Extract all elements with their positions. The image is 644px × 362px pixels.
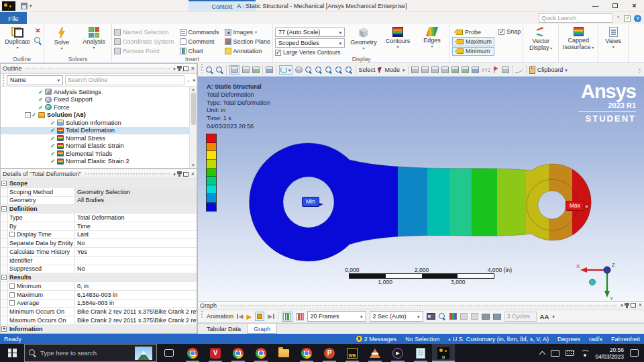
images-button[interactable]: Images▾ bbox=[225, 28, 271, 36]
update-contours-icon[interactable] bbox=[449, 313, 457, 320]
delete-icon[interactable]: ✕ bbox=[35, 28, 40, 34]
details-row[interactable]: Calculate Time History Yes bbox=[1, 248, 197, 257]
collapse-ribbon-icon[interactable]: ⌃ bbox=[616, 15, 621, 21]
details-value[interactable]: 6,1483e-003 in bbox=[75, 291, 197, 299]
named-selection-button[interactable]: Named Selection bbox=[114, 28, 174, 36]
annotation-button[interactable]: Annotation bbox=[225, 46, 271, 55]
messages-status[interactable]: 2 Messages bbox=[356, 336, 397, 343]
taskbar-app-chrome-4[interactable] bbox=[295, 344, 318, 362]
pin-animation-icon[interactable] bbox=[471, 313, 478, 320]
minimize-button[interactable]: — bbox=[586, 0, 605, 11]
taskbar-app-chrome-2[interactable] bbox=[227, 344, 250, 362]
panel-menu-icon[interactable]: ▾ bbox=[621, 303, 623, 308]
outline-tree-item[interactable]: Elemental Triads bbox=[1, 150, 197, 158]
details-section-toggle[interactable] bbox=[1, 257, 8, 265]
toolbar-overflow-icon[interactable]: ⌄⌄ bbox=[638, 67, 641, 73]
details-checkbox[interactable] bbox=[9, 300, 15, 306]
max-probe-tag[interactable]: Max bbox=[566, 201, 584, 211]
probe-button[interactable]: Probe bbox=[452, 28, 494, 36]
details-row[interactable]: Average 1,584e-003 in bbox=[1, 300, 197, 308]
details-value[interactable]: Time bbox=[75, 222, 197, 230]
taskbar-app-chrome-3[interactable] bbox=[250, 344, 272, 362]
tab-graph[interactable]: Graph bbox=[247, 324, 277, 334]
step-first-button[interactable]: ◀ bbox=[237, 313, 243, 320]
details-section-toggle[interactable] bbox=[1, 197, 8, 205]
tree-expander-icon[interactable] bbox=[44, 150, 50, 156]
ribbon-tab[interactable] bbox=[114, 12, 131, 24]
select-body-icon[interactable] bbox=[441, 66, 449, 73]
temperature-units-status[interactable]: Fahrenheit bbox=[611, 336, 640, 343]
tree-expander-icon[interactable] bbox=[32, 97, 38, 103]
cycles-input[interactable] bbox=[504, 312, 537, 322]
select-edge-icon[interactable] bbox=[421, 66, 429, 73]
details-row[interactable]: Suppressed No bbox=[1, 265, 197, 274]
views-button[interactable]: Views ▾ bbox=[600, 26, 626, 56]
drag-handle[interactable] bbox=[201, 63, 203, 73]
font-size-button[interactable]: AA bbox=[540, 313, 549, 320]
frames-select[interactable]: 20 Frames▾ bbox=[307, 311, 366, 322]
close-panel-icon[interactable]: × bbox=[191, 66, 195, 72]
zoom-out-icon[interactable] bbox=[216, 66, 223, 74]
minimum-toggle[interactable]: Minimum bbox=[452, 47, 494, 56]
result-scale-select[interactable]: 77 (Auto Scale)▾ bbox=[275, 28, 345, 37]
select-element-face-icon[interactable] bbox=[472, 66, 479, 73]
details-value[interactable]: Yes bbox=[75, 248, 197, 256]
tree-expander-icon[interactable] bbox=[44, 135, 50, 141]
details-value[interactable] bbox=[33, 273, 197, 281]
zoom-in-icon[interactable] bbox=[206, 66, 213, 74]
details-row[interactable]: Identifier bbox=[1, 257, 197, 265]
pin-icon[interactable] bbox=[178, 171, 180, 177]
details-value[interactable]: All Bodies bbox=[75, 197, 197, 205]
ribbon-tab[interactable] bbox=[79, 12, 97, 24]
mode-button[interactable]: Mode bbox=[385, 66, 400, 73]
touch-keyboard-icon[interactable] bbox=[566, 350, 574, 356]
tree-expander-icon[interactable] bbox=[44, 120, 50, 126]
float-panel-icon[interactable] bbox=[183, 66, 189, 71]
details-row[interactable]: By Time bbox=[1, 222, 197, 231]
vector-display-button[interactable]: VectorDisplay ▾ bbox=[525, 26, 556, 56]
duplicate-button[interactable]: Duplicate ▾ bbox=[2, 26, 33, 56]
zoom-graph-icon[interactable] bbox=[439, 313, 446, 320]
zoom-fit-icon[interactable] bbox=[325, 66, 333, 74]
details-row[interactable]: Geometry All Bodies bbox=[1, 197, 197, 206]
capped-isosurface-button[interactable]: CappedIsosurface ▾ bbox=[561, 26, 596, 56]
details-section-toggle[interactable] bbox=[1, 214, 8, 222]
ribbon-tab[interactable] bbox=[62, 12, 79, 24]
find-in-outline-icon[interactable] bbox=[34, 37, 42, 44]
remote-point-button[interactable]: Remote Point bbox=[114, 46, 174, 55]
details-row[interactable]: Minimum Occurs On Bike Crank 2 rev 2011 … bbox=[1, 308, 197, 316]
details-row[interactable]: + Information bbox=[1, 325, 197, 333]
taskbar-app-workbench[interactable]: WB bbox=[341, 344, 364, 362]
filter-more-icon[interactable]: ▾ bbox=[193, 78, 195, 83]
commands-button[interactable]: Commands bbox=[180, 28, 219, 36]
details-row[interactable]: Minimum 0, in bbox=[1, 282, 197, 291]
outline-tree-item[interactable]: Analysis Settings bbox=[1, 88, 197, 96]
quick-launch-input[interactable] bbox=[539, 13, 612, 23]
shaded-exterior-icon[interactable] bbox=[229, 65, 239, 75]
display-cast-icon[interactable] bbox=[551, 350, 559, 357]
search-outline-input[interactable] bbox=[65, 75, 184, 85]
details-row[interactable]: - Scope bbox=[1, 179, 197, 188]
taskbar-app-wps[interactable]: V bbox=[204, 344, 227, 362]
details-section-toggle[interactable] bbox=[1, 282, 8, 290]
comment-button[interactable]: Comment bbox=[180, 37, 219, 46]
details-row[interactable]: Maximum Occurs On Bike Crank 2 rev 2011 … bbox=[1, 316, 197, 325]
outline-tree-item[interactable]: Normal Elastic Strain bbox=[1, 142, 197, 150]
details-value[interactable]: No bbox=[75, 265, 197, 273]
tab-tabular-data[interactable]: Tabular Data bbox=[201, 324, 247, 334]
float-panel-icon[interactable] bbox=[183, 172, 189, 177]
details-checkbox[interactable] bbox=[9, 283, 15, 289]
viewports-icon[interactable] bbox=[266, 66, 273, 73]
taskbar-search[interactable]: Type here to search bbox=[24, 344, 157, 362]
selection-status[interactable]: No Selection bbox=[405, 336, 439, 343]
details-row[interactable]: - Results bbox=[1, 273, 197, 282]
triad-axes[interactable]: X Y Z bbox=[575, 261, 618, 301]
taskbar-app-notepad[interactable] bbox=[409, 344, 432, 362]
pin-icon[interactable] bbox=[626, 303, 628, 308]
details-row[interactable]: Display Time Last bbox=[1, 231, 197, 240]
coordinate-system-button[interactable]: Coordinate System bbox=[114, 37, 174, 46]
details-value[interactable]: 0, in bbox=[75, 282, 197, 290]
details-section-toggle[interactable] bbox=[1, 222, 8, 230]
pin-icon[interactable] bbox=[178, 66, 180, 71]
taskbar-app-vlc[interactable] bbox=[364, 344, 386, 362]
